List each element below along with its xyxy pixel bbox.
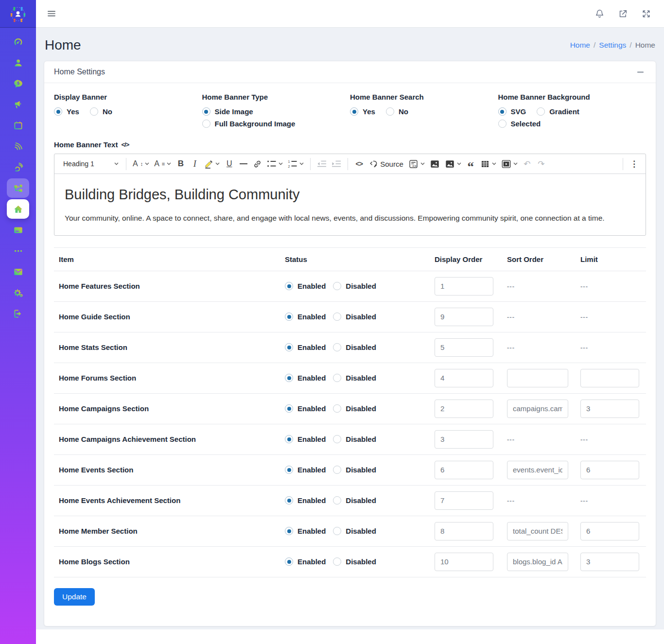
status-enabled-option[interactable]: Enabled [285,435,326,443]
status-disabled-option[interactable]: Disabled [333,557,376,566]
app-logo[interactable] [0,0,36,28]
status-disabled-radio[interactable] [333,435,341,443]
status-disabled-radio[interactable] [333,282,341,290]
sort-order-input[interactable] [507,553,568,571]
link-button[interactable] [251,157,264,171]
home-banner-search-no-radio[interactable] [386,107,394,116]
home-banner-search-yes-radio[interactable] [350,107,358,116]
status-disabled-radio[interactable] [333,496,341,505]
bold-button[interactable]: B [174,157,187,171]
status-enabled-option[interactable]: Enabled [285,343,326,351]
status-disabled-option[interactable]: Disabled [333,527,376,535]
hamburger-menu-icon[interactable] [46,8,57,19]
home-banner-type-full-background-image-radio[interactable] [202,120,210,128]
status-enabled-radio[interactable] [285,374,293,382]
home-banner-background-gradient-radio[interactable] [537,107,545,116]
sidebar-item-users[interactable] [7,53,29,72]
display-order-input[interactable] [435,491,493,510]
display-order-input[interactable] [435,369,493,387]
block-quote-button[interactable]: “ [464,157,477,171]
status-disabled-radio[interactable] [333,374,341,382]
limit-input[interactable] [580,369,639,387]
home-banner-type-full-background-image-option[interactable]: Full Background Image [202,120,296,128]
bell-icon[interactable] [594,9,605,19]
status-disabled-option[interactable]: Disabled [333,282,376,290]
image-options-button[interactable] [443,157,463,171]
status-disabled-radio[interactable] [333,313,341,321]
status-disabled-option[interactable]: Disabled [333,466,376,474]
display-banner-no-radio[interactable] [90,107,98,116]
fullscreen-icon[interactable] [641,9,651,19]
status-enabled-option[interactable]: Enabled [285,404,326,413]
sidebar-item-mail[interactable] [7,262,29,281]
display-banner-no-option[interactable]: No [90,107,112,116]
status-disabled-radio[interactable] [333,343,341,351]
status-enabled-option[interactable]: Enabled [285,557,326,566]
numbered-list-button[interactable]: 12 [286,157,306,171]
home-banner-type-side-image-radio[interactable] [202,107,210,116]
status-disabled-radio[interactable] [333,527,341,535]
status-disabled-option[interactable]: Disabled [333,313,376,321]
sidebar-item-sitemap[interactable] [7,178,29,198]
home-banner-search-no-option[interactable]: No [386,107,408,116]
status-enabled-option[interactable]: Enabled [285,496,326,505]
status-disabled-option[interactable]: Disabled [333,404,376,413]
bulleted-list-button[interactable] [265,157,285,171]
italic-button[interactable]: I [188,157,201,171]
display-order-input[interactable] [435,308,493,326]
display-order-input[interactable] [435,430,493,449]
display-order-input[interactable] [435,400,493,418]
sort-order-input[interactable] [507,461,568,479]
home-banner-background-svg-option[interactable]: SVG [498,107,526,116]
source-editing-button[interactable]: Source [367,157,405,171]
sidebar-item-events[interactable] [7,116,29,135]
status-enabled-radio[interactable] [285,496,293,505]
limit-input[interactable] [580,400,639,418]
breadcrumb-home-link[interactable]: Home [570,41,590,49]
status-enabled-option[interactable]: Enabled [285,313,326,321]
status-disabled-radio[interactable] [333,557,341,566]
limit-input[interactable] [580,461,639,479]
media-embed-button[interactable] [499,157,520,171]
sidebar-item-more[interactable] [7,241,29,261]
status-disabled-option[interactable]: Disabled [333,374,376,382]
status-enabled-radio[interactable] [285,435,293,443]
status-disabled-option[interactable]: Disabled [333,496,376,505]
heading-dropdown[interactable]: Heading 1 [59,157,122,171]
status-disabled-option[interactable]: Disabled [333,435,376,443]
status-enabled-option[interactable]: Enabled [285,282,326,290]
display-banner-yes-radio[interactable] [54,107,62,116]
underline-button[interactable]: U [223,157,236,171]
more-options-button[interactable]: ⋮ [628,157,641,171]
sidebar-item-logout[interactable] [7,304,29,323]
home-banner-background-selected-option[interactable]: Selected [498,120,541,128]
sidebar-item-settings[interactable] [7,283,29,302]
status-enabled-radio[interactable] [285,466,293,474]
status-disabled-option[interactable]: Disabled [333,343,376,351]
sort-order-input[interactable] [507,522,568,540]
sidebar-item-card[interactable] [7,220,29,240]
status-enabled-option[interactable]: Enabled [285,466,326,474]
home-banner-background-svg-radio[interactable] [498,107,507,116]
display-order-input[interactable] [435,522,493,540]
sidebar-item-home[interactable] [7,199,29,219]
status-enabled-option[interactable]: Enabled [285,527,326,535]
status-enabled-radio[interactable] [285,404,293,413]
insert-image-button[interactable] [428,157,442,171]
insert-table-button[interactable] [478,157,498,171]
display-order-input[interactable] [435,461,493,479]
status-enabled-option[interactable]: Enabled [285,374,326,382]
sort-order-input[interactable] [507,400,568,418]
code-button[interactable]: <> [352,157,366,171]
update-button[interactable]: Update [54,588,95,606]
sidebar-item-campaigns[interactable] [7,95,29,114]
sidebar-item-blogs[interactable] [7,157,29,177]
status-disabled-radio[interactable] [333,466,341,474]
home-banner-type-side-image-option[interactable]: Side Image [202,107,253,116]
display-order-input[interactable] [435,338,493,357]
display-banner-yes-option[interactable]: Yes [54,107,79,116]
highlight-button[interactable] [202,157,222,171]
sort-order-input[interactable] [507,369,568,387]
status-enabled-radio[interactable] [285,282,293,290]
limit-input[interactable] [580,522,639,540]
